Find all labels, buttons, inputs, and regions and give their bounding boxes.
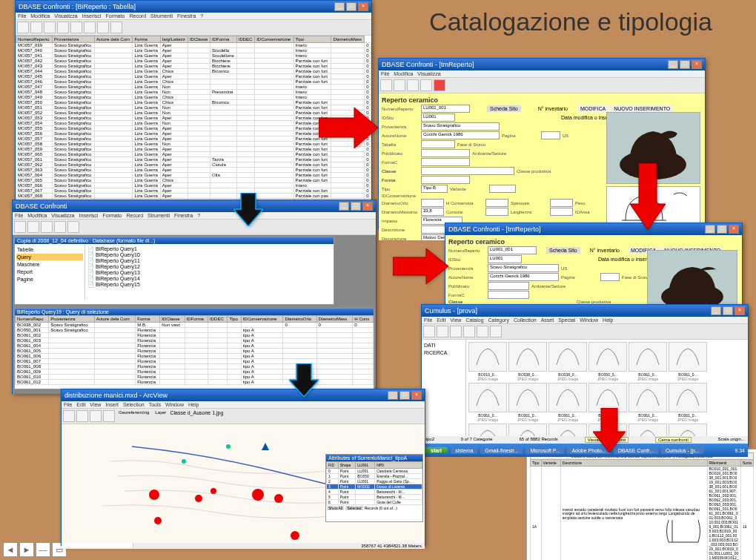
w2-menubar: FileModificaVisualizzaInserisciFormatoRe… (13, 212, 376, 220)
svg-point-7 (274, 494, 283, 503)
svg-point-8 (291, 531, 299, 540)
w2-subwin-title: BiReperto Query19 : Query di selezione (15, 309, 374, 315)
window-cumulus: Cumulus - [prova] _□× FileEditViewCatalo… (421, 304, 749, 447)
slide-nav: ◄ ► — ▭ (3, 542, 67, 557)
w1-title: DBASE Confronti : [BiReperto : Tabella] (19, 3, 136, 10)
w2-dbwin-title: Copia di 2008_12_04 definitivo : Databas… (15, 237, 334, 244)
minimize-button[interactable]: _ (334, 2, 345, 11)
taskbar: start sistema Gmail-finestr... Microsoft… (422, 444, 748, 457)
heart-icon[interactable] (434, 79, 445, 91)
svg-point-5 (154, 517, 162, 524)
w2-nav: Tabelle Query Maschere Report Pagine (15, 244, 85, 300)
w1-table[interactable]: NumeroRepertoProvenienzaAutore dela ComF… (16, 36, 371, 202)
svg-point-2 (149, 490, 159, 500)
svg-point-3 (195, 495, 202, 502)
w1-menubar: FileModificaVisualizzaInserisciFormatoRe… (16, 13, 371, 20)
start-button[interactable]: start (425, 447, 448, 454)
svg-point-10 (182, 459, 186, 464)
arrow-right-1 (319, 108, 378, 151)
svg-point-9 (226, 444, 231, 449)
pottery-photo-2 (648, 251, 737, 308)
typology-document: Manici a nastro con estremità orlo later… (526, 449, 756, 560)
menu-icon[interactable]: — (36, 542, 50, 557)
arrow-down-2 (630, 163, 666, 233)
arrow-down-4 (593, 408, 626, 455)
svg-point-4 (210, 488, 216, 494)
prev-slide-icon[interactable]: ◄ (3, 542, 18, 557)
attribute-window[interactable]: Attributes of SorrentoManici_tipoA FIDSh… (325, 454, 423, 522)
arrow-right-2 (393, 248, 448, 287)
w5-tree: DATI RICERCA (422, 340, 466, 436)
arrow-down-3 (289, 363, 319, 400)
next-slide-icon[interactable]: ► (19, 542, 34, 557)
window-db-table: DBASE Confronti : [BiReperto : Tabella] … (15, 0, 372, 202)
window-db-query: DBASE Confronti _□× FileModificaVisualiz… (12, 200, 377, 394)
svg-point-6 (252, 489, 264, 501)
w2-title: DBASE Confronti (16, 202, 67, 210)
w2-table[interactable]: NumeroRepoProvenienzaAutore dela ComForm… (15, 315, 374, 385)
close-button[interactable]: × (358, 2, 368, 11)
arrow-down-1 (233, 193, 263, 229)
slide-title: Catalogazione e tipologia (400, 7, 741, 36)
maximize-button[interactable]: □ (346, 2, 357, 11)
map-canvas[interactable]: Attributes of SorrentoManici_tipoA FIDSh… (62, 424, 425, 543)
window-gis: distribuzione manici.mxd - ArcView _□× F… (61, 389, 425, 546)
w1-toolbar (16, 20, 371, 36)
w2-query-list: 📄 BiReperto Query1📄 BiReperto Query10📄 B… (85, 244, 334, 300)
